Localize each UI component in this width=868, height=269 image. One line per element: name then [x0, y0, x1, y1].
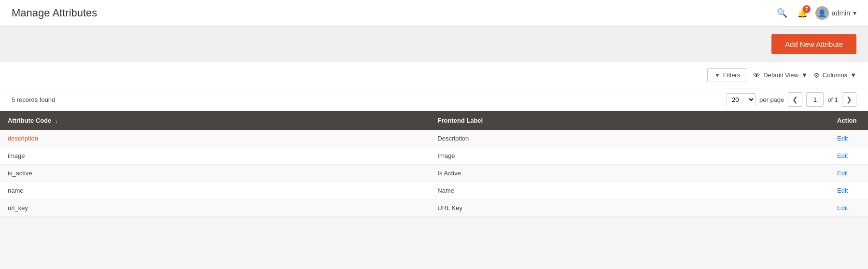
action-cell: Edit: [829, 165, 868, 182]
page-title: Manage Attributes: [12, 7, 97, 19]
chevron-down-icon: ▾: [853, 9, 856, 17]
col-header-attribute-code[interactable]: Attribute Code ↓: [0, 111, 430, 130]
user-icon: 👤: [818, 9, 826, 17]
pagination-controls: 20 50 100 per page ❮ of 1 ❯: [727, 92, 856, 107]
records-found: 5 records found: [12, 96, 55, 103]
table-header-row: Attribute Code ↓ Frontend Label Action: [0, 111, 868, 130]
next-page-button[interactable]: ❯: [842, 92, 856, 107]
col-header-frontend-label[interactable]: Frontend Label: [430, 111, 829, 130]
prev-page-button[interactable]: ❮: [788, 92, 802, 107]
frontend-label-cell: Image: [430, 147, 829, 165]
filters-label: Filters: [723, 71, 740, 79]
edit-link[interactable]: Edit: [837, 152, 848, 159]
action-cell: Edit: [829, 147, 868, 165]
frontend-label-cell: URL Key: [430, 199, 829, 217]
edit-link[interactable]: Edit: [837, 187, 848, 194]
frontend-label-cell: Name: [430, 182, 829, 199]
frontend-label-cell: Is Active: [430, 165, 829, 182]
top-bar: Manage Attributes 🔍 🔔 7 👤 admin ▾: [0, 0, 868, 27]
attribute-code-cell: url_key: [0, 199, 430, 217]
top-bar-actions: 🔍 🔔 7 👤 admin ▾: [775, 6, 856, 20]
table-row: nameNameEdit: [0, 182, 868, 199]
default-view-button[interactable]: 👁 Default View ▼: [753, 71, 808, 79]
attribute-code-cell: description: [0, 130, 430, 147]
attribute-code-cell: is_active: [0, 165, 430, 182]
filter-icon: ▼: [714, 72, 720, 79]
search-icon: 🔍: [777, 8, 787, 18]
attribute-code-link[interactable]: description: [8, 135, 38, 142]
col-header-action: Action: [829, 111, 868, 130]
attribute-code-cell: name: [0, 182, 430, 199]
search-button[interactable]: 🔍: [775, 6, 789, 20]
columns-button[interactable]: ⚙ Columns ▼: [813, 71, 856, 79]
attributes-table: Attribute Code ↓ Frontend Label Action d…: [0, 111, 868, 217]
columns-chevron-icon: ▼: [850, 71, 856, 79]
view-chevron-icon: ▼: [801, 71, 808, 79]
action-cell: Edit: [829, 199, 868, 217]
edit-link[interactable]: Edit: [837, 204, 848, 212]
eye-icon: 👁: [753, 71, 760, 79]
default-view-label: Default View: [763, 71, 798, 79]
action-cell: Edit: [829, 182, 868, 199]
per-page-label: per page: [759, 96, 784, 103]
gear-icon: ⚙: [813, 71, 820, 79]
filters-bar: ▼ Filters 👁 Default View ▼ ⚙ Columns ▼: [0, 62, 868, 88]
current-page-input[interactable]: [806, 92, 824, 107]
filters-button[interactable]: ▼ Filters: [707, 68, 747, 82]
frontend-label-cell: Description: [430, 130, 829, 147]
total-pages: of 1: [827, 96, 838, 103]
table-row: is_activeIs ActiveEdit: [0, 165, 868, 182]
user-label: admin: [832, 9, 850, 17]
notification-badge: 7: [803, 5, 811, 13]
table-row: url_keyURL KeyEdit: [0, 199, 868, 217]
edit-link[interactable]: Edit: [837, 170, 848, 177]
table-row: imageImageEdit: [0, 147, 868, 165]
sort-icon: ↓: [55, 118, 58, 124]
notification-wrapper[interactable]: 🔔 7: [797, 8, 808, 18]
per-page-select[interactable]: 20 50 100: [727, 93, 756, 106]
add-new-attribute-button[interactable]: Add New Attribute: [771, 34, 856, 54]
user-menu[interactable]: 👤 admin ▾: [815, 6, 856, 20]
avatar: 👤: [815, 6, 829, 20]
edit-link[interactable]: Edit: [837, 135, 848, 142]
columns-label: Columns: [823, 71, 847, 79]
table-row: descriptionDescriptionEdit: [0, 130, 868, 147]
action-cell: Edit: [829, 130, 868, 147]
attribute-code-cell: image: [0, 147, 430, 165]
pagination-bar: 5 records found 20 50 100 per page ❮ of …: [0, 88, 868, 111]
toolbar-bar: Add New Attribute: [0, 27, 868, 62]
